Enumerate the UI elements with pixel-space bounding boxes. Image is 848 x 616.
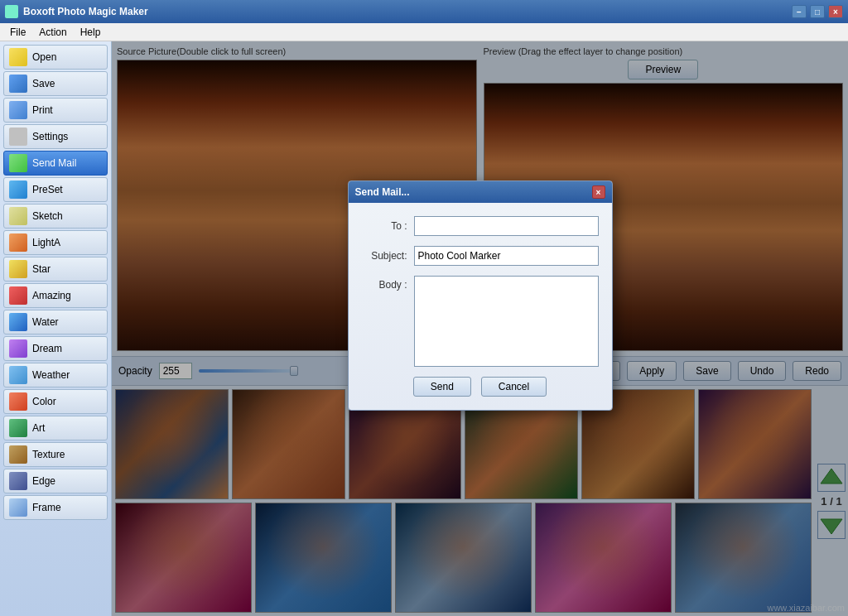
sidebar-item-art[interactable]: Art bbox=[3, 416, 108, 440]
lighta-icon bbox=[9, 233, 27, 252]
sendmail-label: Send Mail bbox=[32, 157, 76, 169]
star-label: Star bbox=[32, 263, 51, 275]
texture-label: Texture bbox=[32, 449, 65, 460]
water-icon bbox=[9, 313, 27, 331]
body-row: Body : bbox=[362, 276, 599, 367]
subject-input[interactable]: Photo Cool Marker bbox=[414, 246, 599, 266]
content-area: Source Picture(Double click to full scre… bbox=[112, 41, 848, 616]
window-controls: − □ × bbox=[792, 5, 843, 18]
subject-label: Subject: bbox=[362, 250, 407, 262]
sidebar-item-preset[interactable]: PreSet bbox=[3, 177, 108, 202]
to-label: To : bbox=[362, 220, 407, 232]
edge-label: Edge bbox=[32, 475, 55, 487]
sendmail-icon bbox=[9, 154, 27, 172]
app-icon bbox=[5, 5, 18, 18]
to-row: To : bbox=[362, 216, 599, 236]
sidebar-item-star[interactable]: Star bbox=[3, 257, 108, 282]
title-bar: Boxoft Photo Magic Maker − □ × bbox=[0, 0, 848, 23]
color-label: Color bbox=[32, 396, 56, 407]
dialog-title: Send Mail... bbox=[355, 186, 410, 198]
star-icon bbox=[9, 260, 27, 278]
print-icon bbox=[9, 101, 27, 119]
frame-label: Frame bbox=[32, 502, 61, 513]
sidebar: Open Save Print Settings Send Mail PreSe… bbox=[0, 41, 112, 616]
open-label: Open bbox=[32, 51, 56, 63]
minimize-button[interactable]: − bbox=[792, 5, 807, 18]
save-label: Save bbox=[32, 78, 55, 89]
to-input[interactable] bbox=[414, 216, 599, 236]
menu-bar: File Action Help bbox=[0, 23, 848, 41]
app-title: Boxoft Photo Magic Maker bbox=[23, 6, 148, 17]
settings-icon bbox=[9, 128, 27, 146]
save-icon bbox=[9, 75, 27, 93]
modal-overlay: Send Mail... × To : Subject: Photo Cool … bbox=[112, 41, 848, 616]
sidebar-item-weather[interactable]: Weather bbox=[3, 363, 108, 387]
weather-label: Weather bbox=[32, 369, 70, 381]
main-layout: Open Save Print Settings Send Mail PreSe… bbox=[0, 41, 848, 616]
sidebar-item-lighta[interactable]: LightA bbox=[3, 230, 108, 255]
dialog-buttons: Send Cancel bbox=[362, 377, 599, 397]
sketch-icon bbox=[9, 207, 27, 225]
frame-icon bbox=[9, 498, 27, 517]
sidebar-item-edge[interactable]: Edge bbox=[3, 469, 108, 493]
dialog-body: To : Subject: Photo Cool Marker Body : S… bbox=[349, 203, 612, 410]
send-button[interactable]: Send bbox=[413, 377, 471, 397]
sidebar-item-color[interactable]: Color bbox=[3, 389, 108, 414]
sidebar-item-print[interactable]: Print bbox=[3, 98, 108, 123]
sidebar-item-open[interactable]: Open bbox=[3, 45, 108, 70]
sidebar-item-save[interactable]: Save bbox=[3, 71, 108, 96]
settings-label: Settings bbox=[32, 131, 68, 142]
dialog-title-bar: Send Mail... × bbox=[349, 181, 612, 203]
menu-action[interactable]: Action bbox=[32, 25, 73, 40]
lighta-label: LightA bbox=[32, 237, 60, 248]
sidebar-item-dream[interactable]: Dream bbox=[3, 336, 108, 361]
sidebar-item-sketch[interactable]: Sketch bbox=[3, 204, 108, 229]
amazing-icon bbox=[9, 286, 27, 305]
sidebar-item-frame[interactable]: Frame bbox=[3, 495, 108, 520]
restore-button[interactable]: □ bbox=[810, 5, 825, 18]
water-label: Water bbox=[32, 316, 59, 328]
subject-row: Subject: Photo Cool Marker bbox=[362, 246, 599, 266]
amazing-label: Amazing bbox=[32, 290, 71, 301]
body-label: Body : bbox=[362, 276, 407, 291]
weather-icon bbox=[9, 366, 27, 384]
dream-label: Dream bbox=[32, 343, 62, 354]
art-label: Art bbox=[32, 422, 45, 434]
dream-icon bbox=[9, 339, 27, 358]
sidebar-item-settings[interactable]: Settings bbox=[3, 124, 108, 149]
preset-label: PreSet bbox=[32, 184, 63, 195]
sidebar-item-texture[interactable]: Texture bbox=[3, 442, 108, 467]
menu-file[interactable]: File bbox=[3, 25, 32, 40]
sidebar-item-water[interactable]: Water bbox=[3, 310, 108, 334]
close-button[interactable]: × bbox=[828, 5, 843, 18]
art-icon bbox=[9, 419, 27, 437]
edge-icon bbox=[9, 472, 27, 490]
print-label: Print bbox=[32, 104, 53, 116]
color-icon bbox=[9, 392, 27, 411]
send-mail-dialog: Send Mail... × To : Subject: Photo Cool … bbox=[348, 180, 613, 411]
cancel-button[interactable]: Cancel bbox=[481, 377, 547, 397]
sidebar-item-sendmail[interactable]: Send Mail bbox=[3, 151, 108, 176]
open-icon bbox=[9, 48, 27, 66]
sketch-label: Sketch bbox=[32, 210, 63, 222]
dialog-close-button[interactable]: × bbox=[592, 185, 605, 199]
preset-icon bbox=[9, 180, 27, 199]
sidebar-item-amazing[interactable]: Amazing bbox=[3, 283, 108, 308]
body-textarea[interactable] bbox=[414, 276, 599, 367]
texture-icon bbox=[9, 445, 27, 464]
menu-help[interactable]: Help bbox=[74, 25, 108, 40]
